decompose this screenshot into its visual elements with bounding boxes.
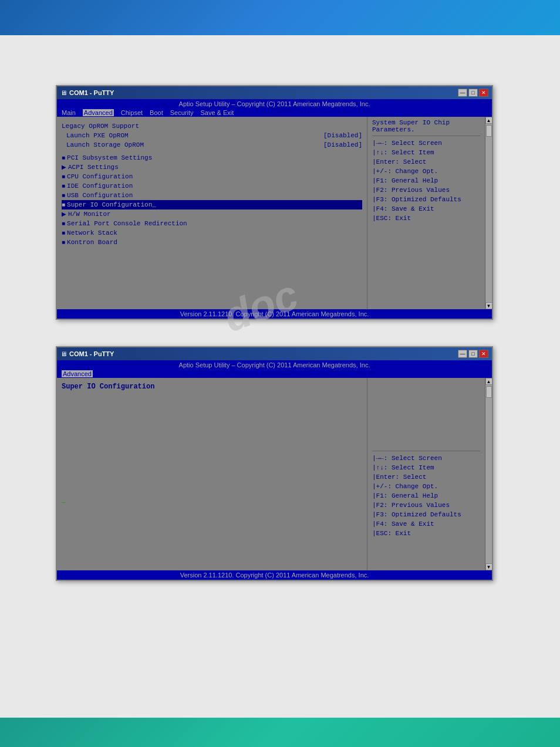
- bios-item-superio-chip[interactable]: Super IO Chip NCT5577D: [62, 396, 362, 405]
- title-text-2: COM1 - PuTTY: [69, 350, 114, 357]
- top-banner: [0, 0, 560, 35]
- bios-nav-hint-ud-1: |↑↓: Select Item: [372, 148, 480, 157]
- section-title-2: Super IO Configuration: [62, 383, 154, 391]
- scroll-down-2[interactable]: ▼: [485, 563, 492, 570]
- scroll-thumb-1[interactable]: [486, 125, 492, 137]
- bios-item-legacy-label: Legacy OpROM Support: [62, 121, 362, 131]
- nav-boot-1[interactable]: Boot: [150, 109, 163, 116]
- close-button-2[interactable]: ✕: [479, 350, 488, 358]
- nav-save-exit-1[interactable]: Save & Exit: [200, 109, 234, 116]
- bios-right-panel-2: |→←: Select Screen |↑↓: Select Item |Ent…: [367, 378, 485, 570]
- bios-footer-1: Version 2.11.1210. Copyright (C) 2011 Am…: [57, 309, 492, 319]
- bios-left-panel-1: Legacy OpROM Support Launch PXE OpROM [D…: [57, 117, 367, 309]
- bios-nav-2: Advanced: [57, 370, 492, 378]
- bios-nav-hint-f3-2: |F3: Optimized Defaults: [372, 510, 480, 519]
- bios-cursor-2: —: [62, 499, 66, 506]
- bios-nav-hint-lr-2: |→←: Select Screen: [372, 454, 480, 463]
- bios-nav-hint-f1-1: |F1: General Help: [372, 176, 480, 185]
- scrollbar-2[interactable]: ▲ ▼: [485, 378, 492, 570]
- bios-item-pxe[interactable]: Launch PXE OpROM [Disabled]: [62, 131, 362, 140]
- bios-nav-hint-esc-1: |ESC: Exit: [372, 214, 480, 223]
- bios-item-network[interactable]: ■ Network Stack: [62, 228, 362, 238]
- close-button-1[interactable]: ✕: [479, 89, 488, 97]
- maximize-button-2[interactable]: □: [468, 350, 478, 358]
- bios-nav-hint-f4-2: |F4: Save & Exit: [372, 519, 480, 529]
- scroll-up-1[interactable]: ▲: [485, 117, 492, 124]
- bottom-banner: [0, 718, 560, 747]
- window-controls-1: — □ ✕: [458, 89, 488, 97]
- bios-nav-1: Main Advanced Chipset Boot Security Save…: [57, 109, 492, 117]
- minimize-button-2[interactable]: —: [458, 350, 467, 358]
- bios-help-text-1b: Parameters.: [372, 126, 415, 133]
- bios-item-ide[interactable]: ■ IDE Configuration: [62, 181, 362, 191]
- scroll-up-2[interactable]: ▲: [485, 378, 492, 385]
- putty-icon-1: 🖥: [60, 89, 67, 96]
- bios-nav-hint-f3-1: |F3: Optimized Defaults: [372, 195, 480, 204]
- bios-nav-hint-change-1: |+/-: Change Opt.: [372, 167, 480, 176]
- putty-window-2: 🖥 COM1 - PuTTY — □ ✕ Aptio Setup Utility…: [56, 346, 493, 581]
- putty-icon-2: 🖥: [60, 350, 67, 357]
- scrollbar-1[interactable]: ▲ ▼: [485, 117, 492, 309]
- bios-item-hwmonitor[interactable]: ▶ H/W Monitor: [62, 209, 362, 219]
- bios-item-serial[interactable]: ■ Serial Port Console Redirection: [62, 219, 362, 228]
- bios-right-panel-1: System Super IO Chip Parameters. |→←: Se…: [367, 117, 485, 309]
- bios-nav-hint-enter-2: |Enter: Select: [372, 472, 480, 482]
- scroll-down-1[interactable]: ▼: [485, 302, 492, 309]
- nav-advanced-1[interactable]: Advanced: [83, 109, 114, 116]
- titlebar-2: 🖥 COM1 - PuTTY — □ ✕: [57, 347, 492, 360]
- bios-nav-hint-enter-1: |Enter: Select: [372, 157, 480, 167]
- bios-header-1: Aptio Setup Utility – Copyright (C) 2011…: [57, 99, 492, 109]
- scroll-thumb-2[interactable]: [486, 386, 492, 398]
- bios-footer-2: Version 2.11.1210. Copyright (C) 2011 Am…: [57, 570, 492, 580]
- nav-main-1[interactable]: Main: [62, 109, 76, 116]
- putty-window-1: 🖥 COM1 - PuTTY — □ ✕ Aptio Setup Utility…: [56, 85, 493, 320]
- nav-chipset-1[interactable]: Chipset: [121, 109, 143, 116]
- bios-item-cpu[interactable]: ■ CPU Configuration: [62, 172, 362, 181]
- bios-left-panel-2: Super IO Configuration Super IO Chip NCT…: [57, 378, 367, 570]
- bios-nav-hint-ud-2: |↑↓: Select Item: [372, 463, 480, 472]
- bios-item-storage[interactable]: Launch Storage OpROM [Disabled]: [62, 140, 362, 150]
- bios-nav-hint-esc-2: |ESC: Exit: [372, 529, 480, 538]
- bios-help-text-1: System Super IO Chip: [372, 119, 450, 126]
- bios-item-acpi[interactable]: ▶ ACPI Settings: [62, 163, 362, 172]
- bios-item-kontron[interactable]: ■ Kontron Board: [62, 238, 362, 247]
- bios-item-usb[interactable]: ■ USB Configuration: [62, 191, 362, 200]
- nav-advanced-2[interactable]: Advanced: [62, 370, 93, 377]
- bios-item-pci[interactable]: ■ PCI Subsystem Settings: [62, 153, 362, 163]
- bios-nav-hint-f2-1: |F2: Previous Values: [372, 185, 480, 195]
- bios-item-superio[interactable]: ■ Super IO Configuration_: [62, 200, 362, 209]
- minimize-button-1[interactable]: —: [458, 89, 467, 97]
- window-controls-2: — □ ✕: [458, 350, 488, 358]
- bios-nav-hint-f1-2: |F1: General Help: [372, 491, 480, 501]
- nav-security-1[interactable]: Security: [170, 109, 194, 116]
- bios-nav-hint-lr-1: |→←: Select Screen: [372, 138, 480, 148]
- bios-nav-hint-f4-1: |F4: Save & Exit: [372, 204, 480, 214]
- title-text-1: COM1 - PuTTY: [69, 89, 114, 96]
- maximize-button-1[interactable]: □: [468, 89, 478, 97]
- bios-nav-hint-change-2: |+/-: Change Opt.: [372, 482, 480, 491]
- titlebar-1: 🖥 COM1 - PuTTY — □ ✕: [57, 86, 492, 99]
- bios-nav-hint-f2-2: |F2: Previous Values: [372, 501, 480, 510]
- bios-header-2: Aptio Setup Utility – Copyright (C) 2011…: [57, 360, 492, 370]
